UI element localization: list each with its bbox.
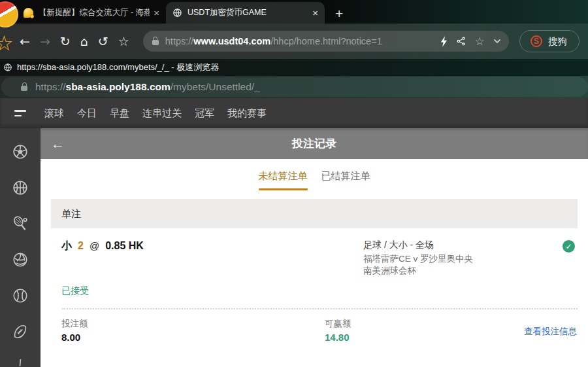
accepted-check-icon: ✓ [563,240,575,253]
amounts-row: 投注额 8.00 可赢额 14.80 查看投注信息 [41,309,588,343]
status-accepted: 已接受 [61,285,588,297]
view-bet-info-link[interactable]: 查看投注信息 [524,326,577,338]
partial-sport-icon[interactable] [18,359,22,366]
home-button[interactable]: ⌂ [80,35,88,48]
competition-label: 南美洲球会杯 [363,265,563,277]
section-single-bet: 单注 [51,199,578,228]
corner-star-icon[interactable]: ☆ [0,33,14,54]
url-path: /mybets/Unsettled/_ [171,81,260,92]
stake-value: 8.00 [61,332,325,343]
bet-tabs: 未结算注单 已结算注单 [41,159,588,190]
nav-item-today[interactable]: 今日 [77,107,97,120]
nav-item-outright[interactable]: 冠军 [195,107,214,120]
tab-title: USDT加密货币GAME [188,7,308,18]
tab-title: 【新提醒】综合交流大厅 - 海燕 [39,7,150,18]
bookmark-star-button[interactable]: ☆ [118,35,129,48]
page-title: 投注记录 [41,136,588,151]
tab-close-icon[interactable]: × [154,7,159,18]
page-header: ← 投注记录 [41,128,588,159]
globe-icon [3,63,12,72]
page-back-icon[interactable]: ← [51,137,65,150]
tab-unsettled[interactable]: 未结算注单 [257,170,309,190]
selection-label: 小 [61,239,72,253]
volleyball-icon[interactable] [12,251,29,268]
popup-address-row: https://sba-asia.poly188.com/mybets/Unse… [0,76,588,98]
browser-chrome: ☆ 【新提醒】综合交流大厅 - 海燕 × USDT加密货币GAME × + ← … [0,0,588,128]
lock-icon [21,86,27,91]
sogou-logo-icon: S [531,35,542,47]
nav-item-live[interactable]: 滚球 [44,107,64,120]
reload-button[interactable]: ↻ [60,35,71,48]
share-icon[interactable] [456,36,466,46]
popup-address-url: https://sba-asia.poly188.com/mybets/Unse… [35,81,260,93]
basketball-icon[interactable] [12,179,29,196]
url-host: www.usdt04.com [193,36,270,46]
address-bar[interactable]: https://www.usdt04.com/hhcp/home.html?no… [143,31,509,52]
baseball-icon[interactable] [12,287,29,304]
sogou-label: 搜狗 [548,35,567,48]
tennis-icon[interactable] [12,215,29,232]
nav-item-my-matches[interactable]: 我的赛事 [227,107,267,120]
favorite-star-icon[interactable]: ☆ [475,36,485,47]
to-win-value: 14.80 [325,332,351,343]
sports-nav-bar: 滚球 今日 早盘 连串过关 冠军 我的赛事 [0,98,588,128]
url-host: sba-asia.poly188.com [66,81,171,92]
sogou-search-box[interactable]: S 搜狗 [519,30,580,52]
tab-settled[interactable]: 已结算注单 [320,170,372,190]
popup-address-bar[interactable]: https://sba-asia.poly188.com/mybets/Unse… [1,77,588,97]
new-tab-button[interactable]: + [335,7,343,20]
nav-item-parlay[interactable]: 连串过关 [142,107,182,120]
stake-block: 投注额 8.00 [61,318,325,343]
bet-details: 足球 / 大小 - 全场 福塔雷萨CE v 罗沙里奥中央 南美洲球会杯 [363,239,563,276]
lock-icon [152,40,159,45]
chevron-down-icon[interactable] [493,39,501,44]
address-url[interactable]: https://www.usdt04.com/hhcp/home.html?no… [165,36,432,46]
app-body: ← 投注记录 未结算注单 已结算注单 单注 小 2 @ 0.85 HK 足球 /… [0,128,588,367]
menu-icon[interactable] [14,110,26,116]
lightning-icon[interactable] [440,36,448,47]
selection-line: 2 [78,240,84,252]
browser-tab-haiyan[interactable]: 【新提醒】综合交流大厅 - 海燕 × [17,2,166,24]
to-win-block: 可赢额 14.80 [325,318,351,343]
url-path: /hhcp/home.html?notice=1 [270,36,382,46]
soccer-icon[interactable] [12,143,29,160]
popup-window-title: https://sba-asia.poly188.com/mybets/_/_ … [17,61,219,73]
haiyan-favicon-icon [24,8,33,18]
odds-value: 0.85 HK [105,240,144,252]
sports-sidebar [0,128,41,367]
bet-row[interactable]: 小 2 @ 0.85 HK 足球 / 大小 - 全场 福塔雷萨CE v 罗沙里奥… [41,228,588,276]
popup-window-title-bar: https://sba-asia.poly188.com/mybets/_/_ … [0,59,588,76]
to-win-label: 可赢额 [325,318,351,330]
back-button[interactable]: ← [20,35,30,48]
bet-record-panel: ← 投注记录 未结算注单 已结算注单 单注 小 2 @ 0.85 HK 足球 /… [41,128,588,367]
fixture-label: 福塔雷萨CE v 罗沙里奥中央 [363,253,563,265]
american-football-icon[interactable] [12,323,29,340]
url-scheme: https:// [35,81,66,92]
market-label: 足球 / 大小 - 全场 [363,239,563,251]
browser-tab-bar: 【新提醒】综合交流大厅 - 海燕 × USDT加密货币GAME × + [0,0,588,24]
browser-toolbar: ← → ↻ ⌂ ↺ ☆ https://www.usdt04.com/hhcp/… [0,24,588,59]
undo-button[interactable]: ↺ [98,35,108,48]
url-scheme: https:// [165,36,194,46]
globe-favicon-icon [172,8,182,18]
browser-tab-usdt-game[interactable]: USDT加密货币GAME × [166,2,325,24]
tab-close-icon[interactable]: × [312,7,318,18]
forward-button[interactable]: → [40,35,50,48]
stake-label: 投注额 [61,318,325,330]
nav-item-early[interactable]: 早盘 [110,107,129,120]
bet-selection: 小 2 @ 0.85 HK [61,239,363,276]
at-sign: @ [90,240,99,251]
